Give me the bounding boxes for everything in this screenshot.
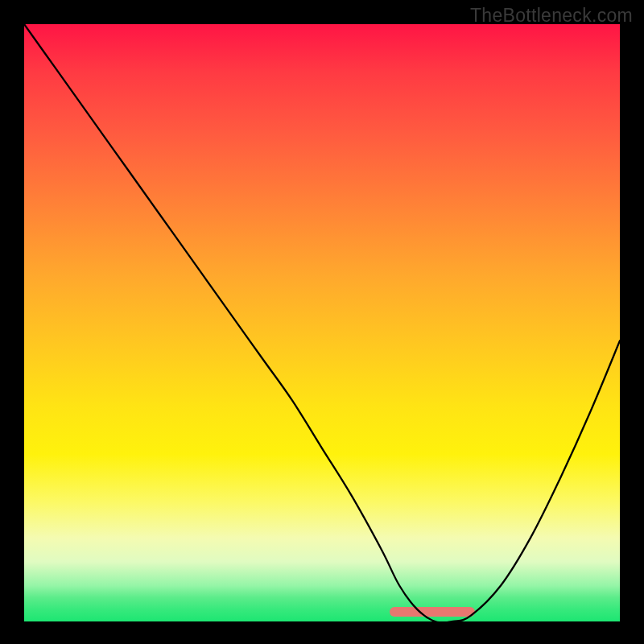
- bottleneck-curve: [24, 24, 620, 621]
- chart-frame: TheBottleneck.com: [0, 0, 644, 644]
- plot-area: [24, 24, 620, 621]
- watermark-text: TheBottleneck.com: [470, 5, 633, 27]
